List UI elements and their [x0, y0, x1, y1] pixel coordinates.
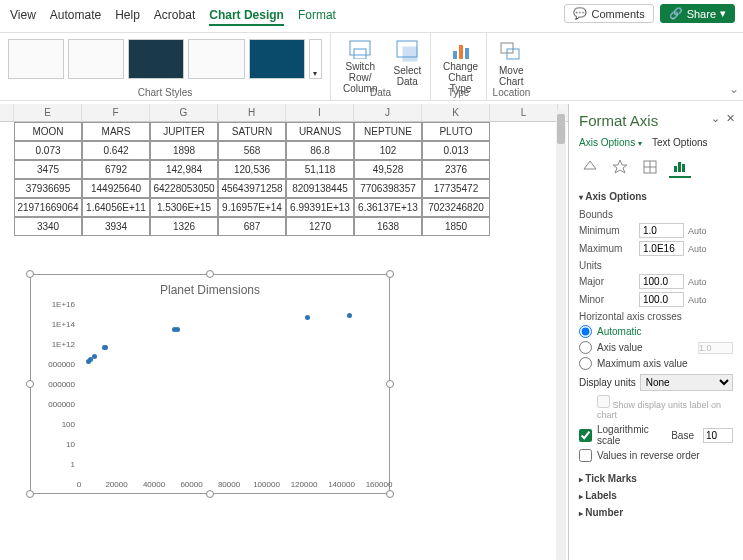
table-cell[interactable]: 144925640: [82, 179, 150, 198]
section-number[interactable]: Number: [579, 504, 733, 521]
chart-title[interactable]: Planet Dimensions: [31, 275, 389, 305]
column-header[interactable]: I: [286, 104, 354, 121]
table-cell[interactable]: 1898: [150, 141, 218, 160]
table-cell[interactable]: 49,528: [354, 160, 422, 179]
chart-style-4[interactable]: [188, 39, 244, 79]
column-header[interactable]: J: [354, 104, 422, 121]
table-cell[interactable]: 21971669064: [14, 198, 82, 217]
auto-button[interactable]: Auto: [688, 277, 707, 287]
table-header-cell[interactable]: JUPITER: [150, 122, 218, 141]
auto-button[interactable]: Auto: [688, 226, 707, 236]
chart-style-3[interactable]: [128, 39, 184, 79]
base-input[interactable]: [703, 428, 733, 443]
table-cell[interactable]: 1.5306E+15: [150, 198, 218, 217]
comments-button[interactable]: 💬Comments: [564, 4, 653, 23]
minimum-input[interactable]: [639, 223, 684, 238]
table-cell[interactable]: 687: [218, 217, 286, 236]
data-point[interactable]: [175, 327, 180, 332]
table-header-cell[interactable]: NEPTUNE: [354, 122, 422, 141]
minor-input[interactable]: [639, 292, 684, 307]
column-header[interactable]: K: [422, 104, 490, 121]
chart-style-1[interactable]: [8, 39, 64, 79]
table-cell[interactable]: 1.64056E+11: [82, 198, 150, 217]
chart-style-5[interactable]: [249, 39, 305, 79]
column-header[interactable]: E: [14, 104, 82, 121]
ribbon-collapse-icon[interactable]: ⌄: [729, 82, 739, 96]
table-cell[interactable]: 7023246820: [422, 198, 490, 217]
table-cell[interactable]: 1326: [150, 217, 218, 236]
tab-help[interactable]: Help: [115, 6, 140, 26]
resize-handle[interactable]: [386, 380, 394, 388]
auto-button[interactable]: Auto: [688, 295, 707, 305]
chart-styles-more[interactable]: ▾: [309, 39, 322, 79]
resize-handle[interactable]: [206, 490, 214, 498]
max-axis-value-radio[interactable]: [579, 357, 592, 370]
table-cell[interactable]: 37936695: [14, 179, 82, 198]
tab-automate[interactable]: Automate: [50, 6, 101, 26]
table-cell[interactable]: 1270: [286, 217, 354, 236]
table-cell[interactable]: 9.16957E+14: [218, 198, 286, 217]
table-header-cell[interactable]: MOON: [14, 122, 82, 141]
table-cell[interactable]: 102: [354, 141, 422, 160]
section-tick-marks[interactable]: Tick Marks: [579, 470, 733, 487]
table-cell[interactable]: 6.99391E+13: [286, 198, 354, 217]
table-cell[interactable]: 6.36137E+13: [354, 198, 422, 217]
automatic-radio[interactable]: [579, 325, 592, 338]
data-point[interactable]: [103, 345, 108, 350]
table-cell[interactable]: 51,118: [286, 160, 354, 179]
table-cell[interactable]: 7706398357: [354, 179, 422, 198]
tab-format[interactable]: Format: [298, 6, 336, 26]
table-header-cell[interactable]: PLUTO: [422, 122, 490, 141]
table-cell[interactable]: 45643971258: [218, 179, 286, 198]
table-cell[interactable]: 17735472: [422, 179, 490, 198]
resize-handle[interactable]: [26, 270, 34, 278]
chart-object[interactable]: Planet Dimensions 1101000000000000000000…: [30, 274, 390, 494]
scroll-thumb[interactable]: [557, 114, 565, 144]
table-cell[interactable]: 3475: [14, 160, 82, 179]
section-labels[interactable]: Labels: [579, 487, 733, 504]
reverse-order-checkbox[interactable]: [579, 449, 592, 462]
column-header[interactable]: F: [82, 104, 150, 121]
major-input[interactable]: [639, 274, 684, 289]
maximum-input[interactable]: [639, 241, 684, 256]
table-cell[interactable]: 568: [218, 141, 286, 160]
panel-tab-text-options[interactable]: Text Options: [652, 137, 708, 148]
display-units-select[interactable]: None: [640, 374, 733, 391]
resize-handle[interactable]: [26, 380, 34, 388]
table-cell[interactable]: 142,984: [150, 160, 218, 179]
section-axis-options[interactable]: Axis Options: [579, 188, 733, 205]
tab-view[interactable]: View: [10, 6, 36, 26]
effects-icon[interactable]: [609, 156, 631, 178]
table-header-cell[interactable]: URANUS: [286, 122, 354, 141]
table-cell[interactable]: 0.013: [422, 141, 490, 160]
data-point[interactable]: [347, 313, 352, 318]
table-cell[interactable]: 1638: [354, 217, 422, 236]
collapse-icon[interactable]: ⌄: [711, 112, 720, 125]
table-cell[interactable]: 8209138445: [286, 179, 354, 198]
table-header-cell[interactable]: MARS: [82, 122, 150, 141]
auto-button[interactable]: Auto: [688, 244, 707, 254]
table-cell[interactable]: 3340: [14, 217, 82, 236]
table-cell[interactable]: 2376: [422, 160, 490, 179]
resize-handle[interactable]: [206, 270, 214, 278]
chart-style-2[interactable]: [68, 39, 124, 79]
resize-handle[interactable]: [386, 270, 394, 278]
table-cell[interactable]: 6792: [82, 160, 150, 179]
table-header-cell[interactable]: SATURN: [218, 122, 286, 141]
column-header[interactable]: G: [150, 104, 218, 121]
table-cell[interactable]: 120,536: [218, 160, 286, 179]
table-cell[interactable]: 64228053050: [150, 179, 218, 198]
close-icon[interactable]: ✕: [726, 112, 735, 125]
data-point[interactable]: [92, 354, 97, 359]
fill-line-icon[interactable]: [579, 156, 601, 178]
select-data-button[interactable]: Select Data: [385, 35, 429, 98]
axis-options-icon[interactable]: [669, 156, 691, 178]
panel-tab-axis-options[interactable]: Axis Options ▾: [579, 137, 642, 148]
table-cell[interactable]: 0.073: [14, 141, 82, 160]
resize-handle[interactable]: [386, 490, 394, 498]
column-header[interactable]: H: [218, 104, 286, 121]
table-cell[interactable]: 0.642: [82, 141, 150, 160]
share-button[interactable]: 🔗Share▾: [660, 4, 735, 23]
tab-acrobat[interactable]: Acrobat: [154, 6, 195, 26]
size-properties-icon[interactable]: [639, 156, 661, 178]
